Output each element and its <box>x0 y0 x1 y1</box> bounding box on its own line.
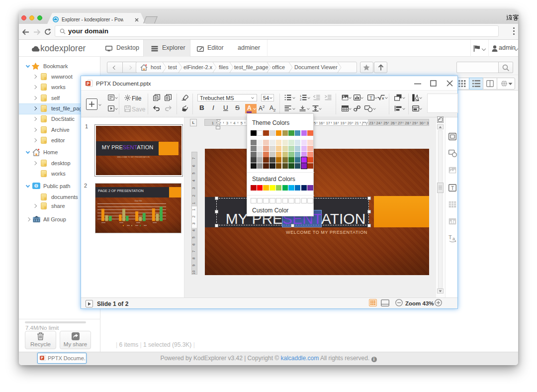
svg-text:T: T <box>448 234 452 240</box>
svg-text:a: a <box>452 236 455 241</box>
svg-text:P: P <box>41 356 43 360</box>
svg-text:0: 0 <box>35 184 37 188</box>
svg-text:2: 2 <box>300 98 302 100</box>
svg-text:1: 1 <box>300 95 302 98</box>
svg-text:T: T <box>369 96 372 100</box>
svg-text:P: P <box>87 81 90 86</box>
svg-text:x: x <box>382 96 384 100</box>
svg-text:T: T <box>451 186 454 191</box>
